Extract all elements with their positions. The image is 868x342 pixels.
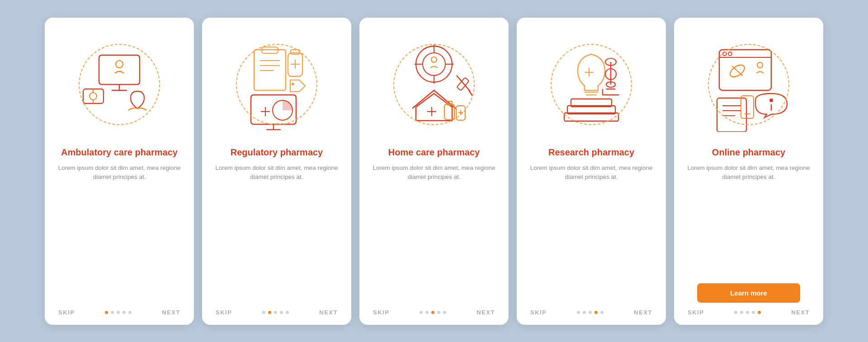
dot-1 <box>262 311 265 314</box>
dot-4 <box>123 311 126 314</box>
dot-5 <box>443 311 446 314</box>
dots-row-homecare <box>420 311 446 314</box>
dot-4 <box>280 311 283 314</box>
nav-row-research: SKIP NEXT <box>527 309 656 316</box>
skip-button-online[interactable]: SKIP <box>688 309 704 316</box>
dots-row-ambulatory <box>105 311 132 314</box>
skip-button-homecare[interactable]: SKIP <box>373 309 389 316</box>
dashed-circle-2 <box>236 44 317 125</box>
card-icon-area-research <box>537 30 646 139</box>
dot-1 <box>420 311 423 314</box>
dashed-circle-4 <box>551 44 632 125</box>
card-icon-area-homecare <box>380 30 488 139</box>
card-research: Research pharmacy Lorem ipsum dolor sit … <box>517 18 666 325</box>
card-icon-area-regulatory <box>222 30 331 139</box>
dot-1 <box>734 311 737 314</box>
dot-3 <box>746 311 749 314</box>
dot-5 <box>758 311 761 314</box>
card-regulatory: Regulatory pharmacy Lorem ipsum dolor si… <box>202 18 351 325</box>
card-icon-area-ambulatory <box>65 30 174 139</box>
card-title-homecare: Home care pharmacy <box>388 147 480 158</box>
dot-4 <box>437 311 440 314</box>
next-button-homecare[interactable]: NEXT <box>476 309 495 316</box>
card-title-ambulatory: Ambulatory care pharmacy <box>61 147 178 158</box>
dot-1 <box>577 311 580 314</box>
card-title-regulatory: Regulatory pharmacy <box>231 147 323 158</box>
card-desc-regulatory: Lorem ipsum dolor sit dim amet, mea regi… <box>212 164 341 183</box>
dot-2 <box>583 311 586 314</box>
dots-row-regulatory <box>262 311 289 314</box>
card-desc-homecare: Lorem ipsum dolor sit dim amet, mea regi… <box>369 164 499 183</box>
card-homecare: Home care pharmacy Lorem ipsum dolor sit… <box>359 18 509 325</box>
skip-button-regulatory[interactable]: SKIP <box>216 309 232 316</box>
dot-2 <box>740 311 743 314</box>
dot-2 <box>425 311 429 314</box>
dot-5 <box>600 311 604 314</box>
next-button-ambulatory[interactable]: NEXT <box>162 309 180 316</box>
cards-container: Ambulatory care pharmacy Lorem ipsum dol… <box>27 4 841 338</box>
nav-row-regulatory: SKIP NEXT <box>212 309 341 316</box>
dot-3 <box>431 311 434 314</box>
nav-row-ambulatory: SKIP NEXT <box>55 309 184 316</box>
nav-row-online: SKIP NEXT <box>684 309 813 316</box>
nav-row-homecare: SKIP NEXT <box>369 309 499 316</box>
card-footer-homecare: SKIP NEXT <box>369 309 499 316</box>
dot-3 <box>589 311 592 314</box>
dot-3 <box>274 311 277 314</box>
learn-more-button[interactable]: Learn more <box>697 283 801 303</box>
dots-row-research <box>577 311 604 314</box>
dashed-circle-3 <box>393 44 475 125</box>
card-title-online: Online pharmacy <box>712 147 785 158</box>
dot-5 <box>286 311 289 314</box>
dashed-circle-1 <box>79 44 160 125</box>
dot-1 <box>105 311 108 314</box>
card-footer-ambulatory: SKIP NEXT <box>55 309 184 316</box>
dot-2 <box>268 311 271 314</box>
next-button-regulatory[interactable]: NEXT <box>319 309 338 316</box>
card-desc-online: Lorem ipsum dolor sit dim amet, mea regi… <box>684 164 813 183</box>
dot-4 <box>752 311 755 314</box>
dots-row-online <box>734 311 761 314</box>
card-online: Online pharmacy Lorem ipsum dolor sit di… <box>674 18 823 325</box>
card-title-research: Research pharmacy <box>548 147 634 158</box>
card-desc-research: Lorem ipsum dolor sit dim amet, mea regi… <box>527 164 656 183</box>
skip-button-ambulatory[interactable]: SKIP <box>58 309 75 316</box>
next-button-research[interactable]: NEXT <box>634 309 652 316</box>
dot-5 <box>128 311 132 314</box>
next-button-online[interactable]: NEXT <box>791 309 810 316</box>
dashed-circle-5 <box>708 44 789 125</box>
card-footer-research: SKIP NEXT <box>527 309 656 316</box>
dot-4 <box>594 311 598 314</box>
skip-button-research[interactable]: SKIP <box>530 309 547 316</box>
card-footer-online: Learn more SKIP NEXT <box>684 283 813 316</box>
card-desc-ambulatory: Lorem ipsum dolor sit dim amet, mea regi… <box>55 164 184 183</box>
card-icon-area-online <box>694 30 803 139</box>
dot-2 <box>111 311 114 314</box>
card-footer-regulatory: SKIP NEXT <box>212 309 341 316</box>
dot-3 <box>117 311 120 314</box>
card-ambulatory: Ambulatory care pharmacy Lorem ipsum dol… <box>45 18 194 325</box>
